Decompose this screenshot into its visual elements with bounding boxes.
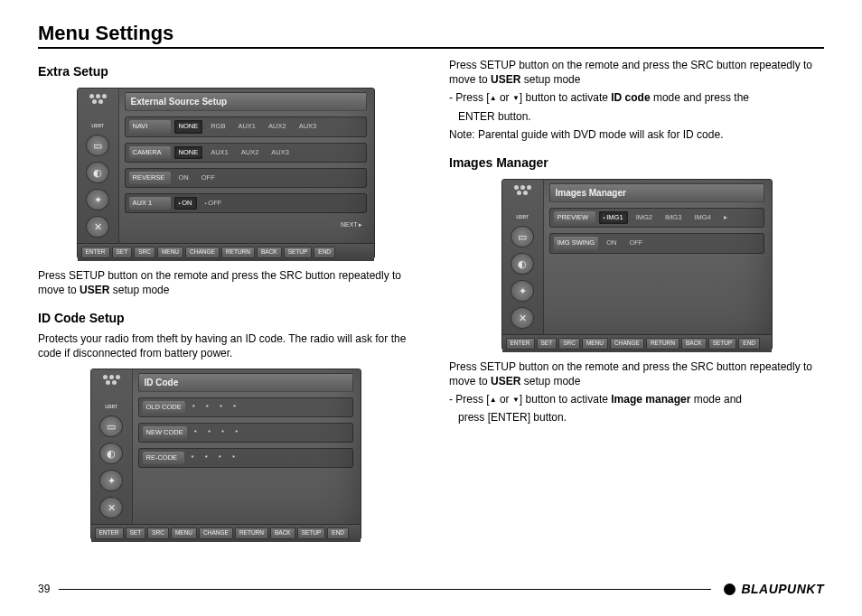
osd-row-camera[interactable]: CAMERA NONE AUX1 AUX2 AUX3 — [125, 143, 367, 163]
osd-title: External Source Setup — [125, 92, 367, 112]
page-title: Menu Settings — [38, 22, 824, 49]
opt[interactable]: NONE — [174, 146, 203, 159]
arrow-right-icon[interactable]: ▸ — [719, 211, 732, 224]
side-btn-2[interactable]: ◐ — [99, 443, 123, 464]
opt[interactable]: ON — [602, 237, 621, 249]
opt[interactable]: AUX3 — [267, 146, 294, 159]
row-label: NEW CODE — [143, 426, 187, 439]
bbtn[interactable]: MENU — [171, 527, 197, 539]
bbtn[interactable]: ENTER — [506, 338, 535, 350]
side-btn-4[interactable]: ✕ — [99, 497, 123, 518]
opt[interactable]: IMG3 — [661, 211, 686, 224]
bbtn[interactable]: ENTER — [95, 527, 124, 539]
opt[interactable]: IMG1 — [599, 211, 628, 224]
osd-external-source: user ▭ ◐ ✦ ✕ External Source Setup NAVI … — [77, 88, 375, 259]
text-bold: Image manager — [611, 393, 690, 406]
side-btn-1[interactable]: ▭ — [86, 135, 109, 156]
bbtn[interactable]: CHANGE — [185, 247, 220, 258]
osd-bottom-bar: ENTER SET SRC MENU CHANGE RETURN BACK SE… — [502, 334, 772, 352]
extra-setup-heading: Extra Setup — [38, 63, 413, 80]
user-icon — [510, 185, 535, 207]
text-bold: USER — [80, 284, 109, 296]
bbtn[interactable]: SRC — [558, 338, 580, 350]
side-btn-4[interactable]: ✕ — [511, 307, 534, 329]
bbtn[interactable]: SETUP — [297, 527, 326, 539]
content-columns: Extra Setup user ▭ ◐ ✦ ✕ External Source… — [38, 58, 824, 549]
opt[interactable]: AUX1 — [206, 146, 233, 159]
opt[interactable]: AUX1 — [233, 120, 260, 133]
up-icon: ▲ — [490, 94, 497, 102]
text-bold: USER — [491, 73, 520, 86]
text: setup mode — [520, 375, 580, 387]
bbtn[interactable]: SET — [537, 338, 557, 350]
bbtn[interactable]: END — [314, 247, 335, 258]
bbtn[interactable]: BACK — [257, 247, 282, 258]
down-icon: ▼ — [512, 396, 520, 404]
bbtn[interactable]: RETURN — [646, 338, 679, 350]
side-btn-4[interactable]: ✕ — [86, 216, 109, 238]
side-btn-3[interactable]: ✦ — [511, 280, 534, 302]
side-btn-3[interactable]: ✦ — [86, 189, 109, 210]
opt[interactable]: IMG4 — [689, 211, 715, 224]
osd-title: ID Code — [138, 373, 353, 393]
opt[interactable]: OFF — [624, 237, 647, 249]
code-digit: * — [218, 428, 228, 438]
brand-logo: BLAUPUNKT — [724, 582, 824, 596]
opt[interactable]: ON — [174, 172, 193, 184]
bbtn[interactable]: SETUP — [708, 338, 737, 350]
brand-text: BLAUPUNKT — [741, 582, 824, 596]
opt[interactable]: AUX2 — [237, 146, 264, 159]
bbtn[interactable]: SETUP — [284, 247, 313, 258]
bbtn[interactable]: RETURN — [235, 527, 268, 539]
text: - Press [ — [449, 393, 490, 406]
user-icon — [85, 94, 110, 116]
osd-row-recode[interactable]: RE-CODE **** — [138, 448, 353, 468]
osd-row-oldcode[interactable]: OLD CODE **** — [138, 397, 353, 417]
bbtn[interactable]: RETURN — [221, 247, 255, 258]
opt[interactable]: OFF — [201, 197, 227, 210]
osd-row-imgswing[interactable]: IMG SWING ON OFF — [549, 233, 764, 253]
row-label: AUX 1 — [129, 197, 171, 210]
code-digit: * — [201, 453, 211, 463]
opt[interactable]: ON — [174, 197, 197, 210]
text-bold: ID code — [611, 91, 650, 104]
opt[interactable]: OFF — [197, 172, 220, 184]
side-btn-3[interactable]: ✦ — [99, 470, 123, 491]
page-number: 39 — [38, 583, 50, 595]
bbtn[interactable]: BACK — [681, 338, 707, 350]
osd-row-aux1[interactable]: AUX 1 ON OFF — [125, 193, 367, 213]
osd-row-reverse[interactable]: REVERSE ON OFF — [125, 168, 367, 188]
idcode-intro: Press SETUP button on the remote and pre… — [449, 58, 824, 87]
text: mode and — [690, 393, 742, 406]
opt[interactable]: IMG2 — [632, 211, 657, 224]
user-label: user — [105, 402, 117, 410]
bbtn[interactable]: END — [327, 527, 349, 539]
bbtn[interactable]: SET — [112, 247, 133, 258]
side-btn-1[interactable]: ▭ — [511, 226, 534, 247]
bbtn[interactable]: CHANGE — [199, 527, 233, 539]
side-btn-2[interactable]: ◐ — [511, 253, 534, 275]
opt[interactable]: AUX2 — [264, 120, 291, 133]
osd-row-newcode[interactable]: NEW CODE **** — [138, 423, 353, 443]
code-digit: * — [215, 453, 225, 463]
side-btn-2[interactable]: ◐ — [86, 162, 109, 183]
row-label: REVERSE — [129, 172, 171, 184]
bbtn[interactable]: SRC — [134, 247, 155, 258]
bbtn[interactable]: SRC — [147, 527, 169, 539]
up-icon: ▲ — [490, 396, 497, 404]
bbtn[interactable]: MENU — [582, 338, 608, 350]
opt[interactable]: NONE — [174, 120, 203, 133]
idcode-step-2: ENTER button. — [449, 109, 824, 124]
osd-row-preview[interactable]: PREVIEW IMG1 IMG2 IMG3 IMG4 ▸ — [549, 208, 764, 228]
bbtn[interactable]: END — [738, 338, 760, 350]
bbtn[interactable]: BACK — [270, 527, 295, 539]
bbtn[interactable]: CHANGE — [610, 338, 644, 350]
opt[interactable]: AUX3 — [295, 120, 322, 133]
next-indicator[interactable]: NEXT ▸ — [341, 220, 367, 229]
bbtn[interactable]: SET — [126, 527, 146, 539]
bbtn[interactable]: MENU — [157, 247, 183, 258]
osd-row-navi[interactable]: NAVI NONE RGB AUX1 AUX2 AUX3 — [125, 117, 367, 136]
bbtn[interactable]: ENTER — [81, 247, 110, 258]
side-btn-1[interactable]: ▭ — [99, 415, 123, 437]
opt[interactable]: RGB — [206, 120, 230, 133]
